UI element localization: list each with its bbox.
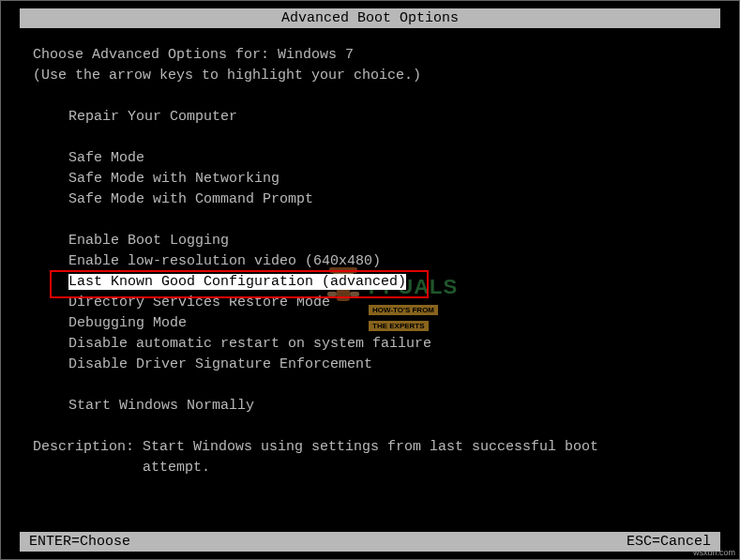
- option-last-known-good[interactable]: Last Known Good Configuration (advanced): [33, 272, 720, 293]
- option-safe-mode-networking[interactable]: Safe Mode with Networking: [33, 169, 720, 189]
- title-bar: Advanced Boot Options: [20, 8, 720, 28]
- os-name: Windows 7: [278, 47, 354, 63]
- option-safe-mode-cmd[interactable]: Safe Mode with Command Prompt: [33, 189, 720, 210]
- option-debugging-mode[interactable]: Debugging Mode: [33, 313, 720, 334]
- option-disable-driver-sig[interactable]: Disable Driver Signature Enforcement: [33, 355, 720, 375]
- description-line-1: Description: Start Windows using setting…: [33, 437, 720, 458]
- option-repair-computer[interactable]: Repair Your Computer: [33, 107, 720, 128]
- choose-line: Choose Advanced Options for: Windows 7: [33, 45, 720, 66]
- footer-enter: ENTER=Choose: [29, 534, 130, 550]
- option-disable-auto-restart[interactable]: Disable automatic restart on system fail…: [33, 334, 720, 355]
- option-safe-mode[interactable]: Safe Mode: [33, 148, 720, 169]
- description-text-2: attempt.: [143, 460, 210, 476]
- option-directory-services-restore[interactable]: Directory Services Restore Mode: [33, 293, 720, 313]
- description-text-1: Start Windows using settings from last s…: [143, 439, 598, 455]
- title-text: Advanced Boot Options: [281, 10, 459, 26]
- footer-bar: ENTER=Choose ESC=Cancel: [20, 532, 720, 552]
- corner-watermark: wsxun.com: [693, 548, 735, 557]
- option-start-normally[interactable]: Start Windows Normally: [33, 396, 720, 416]
- option-boot-logging[interactable]: Enable Boot Logging: [33, 231, 720, 251]
- instruction-line: (Use the arrow keys to highlight your ch…: [33, 66, 720, 86]
- description-line-2: attempt.: [33, 458, 720, 478]
- option-low-res-video[interactable]: Enable low-resolution video (640x480): [33, 251, 720, 272]
- description-label: Description:: [33, 439, 143, 455]
